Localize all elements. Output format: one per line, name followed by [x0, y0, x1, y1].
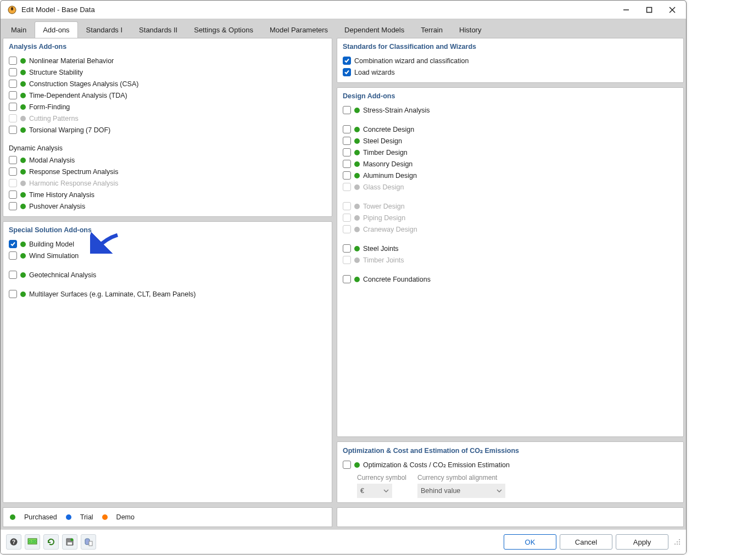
- tab-standards-ii[interactable]: Standards II: [131, 21, 186, 38]
- checkbox[interactable]: [9, 240, 17, 248]
- cancel-button[interactable]: Cancel: [560, 534, 612, 550]
- option-row: Aluminum Design: [343, 170, 678, 181]
- option-label: Stress-Strain Analysis: [363, 107, 430, 114]
- option-label: Time-Dependent Analysis (TDA): [29, 92, 127, 99]
- checkbox[interactable]: [9, 290, 17, 298]
- option-label: Pushover Analysis: [29, 203, 85, 210]
- option-row: Optimization & Costs / CO₂ Emission Esti…: [343, 459, 678, 471]
- checkbox[interactable]: [343, 244, 351, 253]
- checkbox[interactable]: [9, 126, 17, 134]
- checkbox[interactable]: [343, 68, 351, 76]
- status-dot: [20, 116, 26, 121]
- field-label: Currency symbol alignment: [417, 474, 505, 481]
- tab-dependent-models[interactable]: Dependent Models: [336, 21, 412, 38]
- option-label: Building Model: [29, 240, 74, 248]
- tab-history[interactable]: History: [451, 21, 489, 38]
- option-label: Wind Simulation: [29, 252, 79, 260]
- checkbox[interactable]: [9, 251, 17, 260]
- tab-model-parameters[interactable]: Model Parameters: [261, 21, 336, 38]
- status-dot: [20, 169, 26, 175]
- checkbox[interactable]: [9, 271, 17, 279]
- checkbox[interactable]: [343, 148, 351, 156]
- tab-add-ons[interactable]: Add-ons: [35, 21, 77, 38]
- svg-rect-13: [89, 541, 92, 546]
- status-dot: [20, 104, 26, 110]
- status-dot: [20, 181, 26, 186]
- svg-rect-3: [647, 7, 652, 12]
- checkbox[interactable]: [343, 137, 351, 145]
- checkbox: [9, 179, 17, 187]
- currency-align-select[interactable]: Behind value: [417, 484, 505, 498]
- tab-terrain[interactable]: Terrain: [412, 21, 451, 38]
- help-button[interactable]: ?: [6, 534, 21, 550]
- close-button[interactable]: [661, 2, 684, 18]
- save-button[interactable]: [62, 534, 77, 550]
- checkbox: [343, 225, 351, 233]
- units-button[interactable]: 0,00: [25, 534, 40, 550]
- option-label: Optimization & Costs / CO₂ Emission Esti…: [363, 461, 510, 469]
- checkbox[interactable]: [343, 160, 351, 168]
- svg-point-11: [71, 539, 74, 541]
- option-label: Multilayer Surfaces (e.g. Laminate, CLT,…: [29, 290, 196, 298]
- section-title: Standards for Classification and Wizards: [343, 43, 678, 51]
- checkbox[interactable]: [9, 103, 17, 111]
- checkbox[interactable]: [9, 68, 17, 76]
- checkbox[interactable]: [9, 191, 17, 199]
- status-dot: [20, 292, 26, 297]
- button-label: Cancel: [575, 538, 597, 546]
- option-label: Response Spectrum Analysis: [29, 168, 119, 176]
- svg-point-16: [679, 541, 680, 542]
- status-dot: [354, 173, 360, 178]
- database-button[interactable]: [81, 534, 96, 550]
- tab-main[interactable]: Main: [3, 21, 35, 38]
- button-label: OK: [525, 538, 536, 546]
- checkbox[interactable]: [343, 125, 351, 133]
- option-row: Timber Design: [343, 147, 678, 158]
- status-dot: [20, 70, 26, 75]
- apply-button[interactable]: Apply: [616, 534, 668, 550]
- legend-bar: Purchased Trial Demo: [3, 507, 332, 527]
- status-dot: [20, 58, 26, 64]
- app-icon: [7, 5, 17, 15]
- checkbox[interactable]: [343, 106, 351, 114]
- currency-select[interactable]: €: [357, 484, 392, 498]
- checkbox[interactable]: [343, 461, 351, 469]
- option-row: Steel Joints: [343, 243, 678, 254]
- refresh-button[interactable]: [43, 534, 59, 550]
- maximize-button[interactable]: [638, 2, 661, 18]
- checkbox[interactable]: [9, 156, 17, 164]
- checkbox[interactable]: [9, 57, 17, 65]
- option-row: Geotechnical Analysis: [9, 269, 326, 281]
- svg-point-18: [677, 544, 678, 545]
- select-value: Behind value: [421, 487, 460, 495]
- checkbox[interactable]: [9, 167, 17, 176]
- checkbox[interactable]: [9, 202, 17, 210]
- option-label: Steel Design: [363, 137, 402, 145]
- ok-button[interactable]: OK: [504, 534, 556, 550]
- checkbox[interactable]: [343, 171, 351, 180]
- panel-standards: Standards for Classification and Wizards…: [337, 38, 684, 83]
- content-area: Analysis Add-ons Nonlinear Material Beha…: [1, 38, 686, 529]
- status-dot: [354, 108, 360, 113]
- tab-standards-i[interactable]: Standards I: [78, 21, 131, 38]
- status-dot: [354, 462, 360, 468]
- option-row: Glass Design: [343, 181, 678, 193]
- minimize-button[interactable]: [615, 2, 638, 18]
- status-dot: [20, 158, 26, 163]
- checkbox[interactable]: [9, 80, 17, 88]
- tab-settings-options[interactable]: Settings & Options: [186, 21, 261, 38]
- checkbox[interactable]: [9, 91, 17, 99]
- section-title: Optimization & Cost and Estimation of CO…: [343, 446, 678, 455]
- checkbox[interactable]: [343, 57, 351, 65]
- select-value: €: [360, 487, 364, 495]
- option-label: Structure Stability: [29, 69, 83, 76]
- option-label: Combination wizard and classification: [354, 57, 469, 65]
- status-dot: [20, 127, 26, 133]
- status-dot: [20, 253, 26, 259]
- option-row: Tower Design: [343, 200, 678, 212]
- option-row: Stress-Strain Analysis: [343, 104, 678, 116]
- option-row: Concrete Foundations: [343, 273, 678, 285]
- resize-grip-icon[interactable]: [674, 539, 681, 545]
- checkbox[interactable]: [343, 275, 351, 283]
- section-title: Analysis Add-ons: [9, 43, 326, 51]
